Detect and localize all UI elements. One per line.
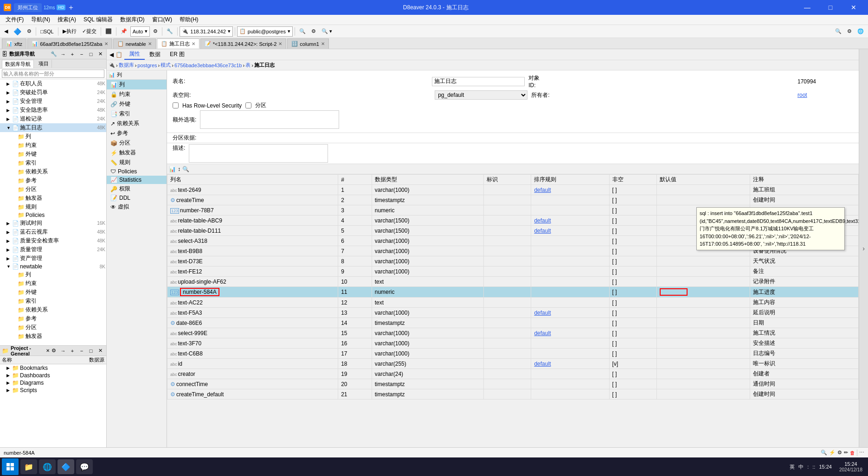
tree-item-ceshi[interactable]: ▶ 📄 测试时间 16K [0, 219, 106, 228]
proj-btn2[interactable]: → [59, 347, 67, 355]
tab-shigong[interactable]: 📋 施工日志 ✕ [157, 38, 199, 49]
tree-item-newtable[interactable]: ▼ 📄 newtable 8K [0, 263, 106, 270]
cb-row-security[interactable] [173, 102, 179, 108]
tree-toggle-yinhuan[interactable]: ▶ [6, 108, 12, 113]
tbtn4[interactable]: 🔧 [164, 26, 175, 37]
tab-xftz[interactable]: 📊 xftz [2, 38, 26, 49]
tree-item-shigong[interactable]: ▼ 📄 施工日志 48K [0, 123, 106, 132]
schema-dropdown[interactable]: 📋 public@postgres ▾ [237, 26, 293, 37]
table-row[interactable]: abccreator 19 varchar(24) [ ] 创建者 [167, 369, 859, 379]
menu-sql[interactable]: SQL 编辑器 [80, 15, 116, 25]
tree-item-yilai2[interactable]: 📁 依赖关系 [0, 305, 106, 314]
window-tab[interactable]: 郑州工位 [14, 3, 42, 12]
table-row[interactable]: ⚙createTime 2 timestamptz [ ] 创建时间 [167, 195, 859, 205]
proj-btn6[interactable]: ✕ [96, 347, 104, 355]
tree-item-yueshue2[interactable]: 📁 约束 [0, 279, 106, 288]
tbtn5[interactable]: 🔍 [297, 26, 308, 37]
menu-help[interactable]: 帮助(H) [176, 15, 202, 25]
obj-nav-xuni[interactable]: 👁 虚拟 [107, 202, 167, 212]
status-search-btn[interactable]: 🔍 [821, 450, 827, 456]
tbtn6[interactable]: ⚙ [309, 26, 318, 37]
tab-properties[interactable]: 属性 [124, 49, 145, 60]
tree-item-yueshue[interactable]: 📁 约束 [0, 141, 106, 150]
proj-item-scripts[interactable]: ▶ 📁 Scripts [0, 387, 106, 394]
nav-search-input[interactable] [2, 70, 104, 78]
taskbar-file-explorer[interactable]: 📁 [20, 459, 37, 474]
cb-partition[interactable] [245, 102, 251, 108]
menu-file[interactable]: 文件(F) [2, 15, 27, 25]
tree-toggle-newtable[interactable]: ▼ [6, 264, 12, 269]
tab-newtable-close[interactable]: ✕ [148, 41, 152, 46]
tree-item-yinhuan[interactable]: ▶ 📄 安全隐患率 48K [0, 106, 106, 114]
auto-dropdown[interactable]: Auto ▾ [130, 26, 150, 37]
tree-item-yilai[interactable]: 📁 依赖关系 [0, 167, 106, 176]
table-row[interactable]: abctext-3F70 16 varchar(1000) [ ] 安全描述 [167, 338, 859, 349]
menu-search[interactable]: 搜索(A) [54, 15, 80, 25]
path-pg[interactable]: postgres [137, 63, 157, 68]
tab-script2[interactable]: 📝 *<118.31.244.242>: Script-2 ✕ [200, 38, 287, 49]
textarea-extra[interactable] [200, 110, 339, 129]
sql-btn[interactable]: □ SQL [38, 26, 56, 37]
tree-toggle-anquan[interactable]: ▶ [6, 99, 12, 104]
table-row[interactable]: abcupload-single-AF62 10 text [ ] 记录附件 [167, 277, 859, 287]
minimize-btn[interactable]: — [797, 0, 818, 15]
status-flash-btn[interactable]: ⚡ [829, 450, 836, 456]
tree-item-chufa2[interactable]: 📁 触发器 [0, 332, 106, 341]
tab-66aaf-close[interactable]: ✕ [104, 41, 108, 46]
tree-item-xunjian[interactable]: ▶ 📄 巡检记录 24K [0, 114, 106, 123]
tbtn9[interactable]: ⚙ [845, 26, 854, 37]
tree-item-fenqu2[interactable]: 📁 分区 [0, 323, 106, 332]
tree-toggle-ceshi[interactable]: ▶ [6, 221, 12, 226]
table-row[interactable]: ⚙createTime_default 21 timestamptz [ ] 创… [167, 389, 859, 400]
taskbar-dbeaver[interactable]: 🔷 [58, 459, 74, 474]
proj-item-dashboards[interactable]: ▶ 📁 Dashboards [0, 372, 106, 379]
proj-toggle-scripts[interactable]: ▶ [6, 388, 12, 393]
taskbar-chat[interactable]: 💬 [76, 459, 93, 474]
proj-item-bookmarks[interactable]: ▶ 📁 Bookmarks [0, 364, 106, 372]
obj-nav-policies[interactable]: 🛡 Policies [107, 167, 167, 176]
tree-item-zaizhi[interactable]: ▶ 📄 在职人员 48K [0, 79, 106, 88]
tbtn10[interactable]: 🌐 [855, 26, 866, 37]
table-row[interactable]: abctext-F5A3 13 varchar(1000) default [ … [167, 308, 859, 318]
tab-column1-close[interactable]: ✕ [321, 41, 325, 46]
right-collapse-btn[interactable]: › [859, 49, 868, 447]
status-edit-btn[interactable]: ✏ [844, 450, 848, 456]
tree-item-chufa[interactable]: 📁 触发器 [0, 194, 106, 203]
menu-db[interactable]: 数据库(D) [116, 15, 148, 25]
path-biao[interactable]: 表 [245, 62, 251, 69]
tree-item-lie2[interactable]: 📁 列 [0, 270, 106, 279]
path-hash[interactable]: 6756bade3ebbae436ce73c1b [174, 63, 242, 68]
tree-item-lanshi[interactable]: ▶ 📄 蓝石云视库 48K [0, 228, 106, 236]
tree-item-tupo[interactable]: ▶ 📄 突破处罚单 24K [0, 88, 106, 97]
link-owner[interactable]: root [797, 92, 853, 98]
tree-item-zhiliang2[interactable]: ▶ 📄 质量管理 24K [0, 245, 106, 254]
tree-item-fenqu[interactable]: 📁 分区 [0, 185, 106, 194]
obj-nav-chufa[interactable]: ⚡ 触发器 [107, 148, 167, 158]
add-tab-btn[interactable]: ＋ [67, 3, 75, 13]
tbtn3[interactable]: ⚙ [151, 26, 160, 37]
tree-item-guize[interactable]: 📁 规则 [0, 203, 106, 211]
tree-item-cankao2[interactable]: 📁 参考 [0, 314, 106, 323]
table-row[interactable]: abctext-AC22 12 text [ ] 施工内容 [167, 298, 859, 308]
table-row[interactable]: 123number-584A 11 numeric [ ] 施工进度 [167, 287, 859, 298]
tab-script2-close[interactable]: ✕ [278, 41, 282, 46]
connection-dropdown[interactable]: 🔌 118.31.244.242 ▾ [180, 26, 232, 37]
db-nav-btn1[interactable]: 🔧 [50, 50, 58, 58]
table-row[interactable]: ⚙date-86E6 14 timestamptz [ ] 日期 [167, 318, 859, 328]
some-btn1[interactable]: ⚙ [25, 26, 34, 37]
table-row[interactable]: abcselect-999E 15 varchar(1000) default … [167, 328, 859, 338]
obj-nav-cankao[interactable]: ↩ 参考 [107, 128, 167, 138]
obj-nav-yilai[interactable]: ↗ 依赖关系 [107, 119, 167, 128]
tree-toggle-xunjian[interactable]: ▶ [6, 117, 12, 121]
menu-nav[interactable]: 导航(N) [27, 15, 54, 25]
proj-btn3[interactable]: + [68, 347, 77, 355]
execute-btn[interactable]: ▶ 执行 [60, 26, 79, 37]
db-nav-btn3[interactable]: + [68, 50, 77, 58]
tree-item-zichan[interactable]: ▶ 📄 资产管理 [0, 254, 106, 263]
proj-btn4[interactable]: − [77, 347, 86, 355]
tree-toggle-zichan[interactable]: ▶ [6, 256, 12, 261]
db-nav-btn4[interactable]: − [77, 50, 86, 58]
tbtn7[interactable]: 🔍 ▾ [319, 26, 334, 37]
commit-btn[interactable]: ✓ 提交 [80, 26, 99, 37]
tab-db-nav[interactable]: 数据库导航 [2, 60, 34, 68]
